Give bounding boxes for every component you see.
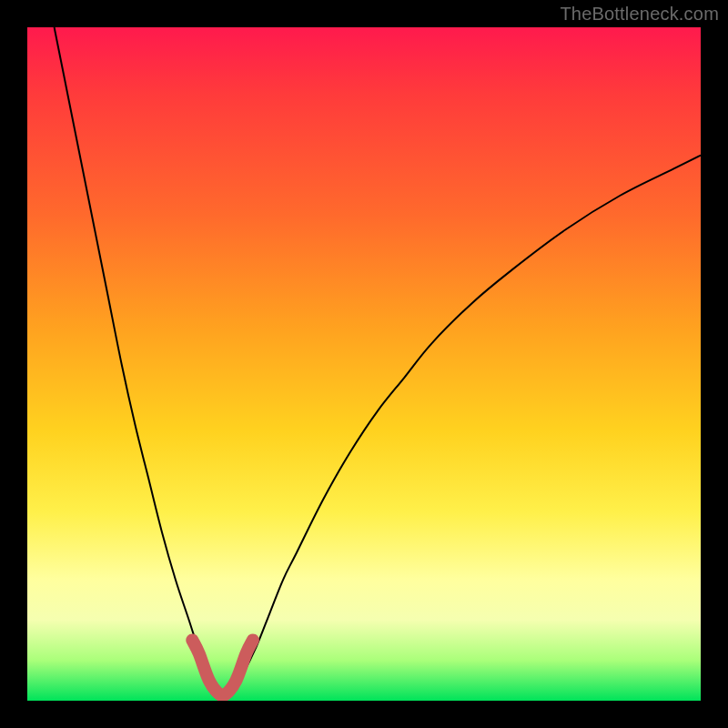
chart-svg xyxy=(27,27,701,701)
chart-plot-area xyxy=(27,27,701,701)
highlight-region xyxy=(192,640,253,695)
bottleneck-curve-left xyxy=(55,27,223,701)
watermark-text: TheBottleneck.com xyxy=(560,4,719,25)
bottleneck-curve-right xyxy=(223,156,701,701)
